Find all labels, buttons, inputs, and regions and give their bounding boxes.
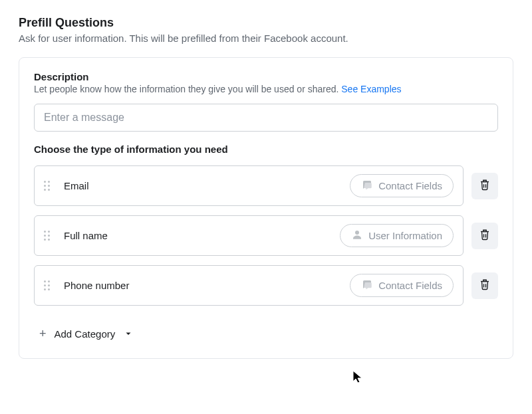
plus-icon: + <box>39 327 47 341</box>
category-label: Contact Fields <box>378 280 442 291</box>
description-subtitle: Let people know how the information they… <box>34 84 498 94</box>
trash-icon <box>479 228 491 243</box>
page-title: Prefill Questions <box>19 16 513 30</box>
trash-icon <box>479 178 491 193</box>
field-row: Phone number Contact Fields <box>34 265 498 306</box>
choose-type-title: Choose the type of information you need <box>34 144 498 155</box>
field-label: Email <box>64 180 89 191</box>
drag-handle-icon[interactable] <box>44 279 53 292</box>
field-row: Full name User Information <box>34 215 498 256</box>
delete-button[interactable] <box>471 173 498 199</box>
chevron-down-icon <box>124 328 132 340</box>
field-card-email: Email Contact Fields <box>34 165 464 206</box>
drag-handle-icon[interactable] <box>44 229 53 243</box>
chat-icon <box>361 278 373 292</box>
add-category-button[interactable]: + Add Category <box>34 315 138 350</box>
trash-icon <box>479 278 491 293</box>
category-pill-contact-fields: Contact Fields <box>350 274 454 297</box>
field-card-full-name: Full name User Information <box>34 215 464 256</box>
user-icon <box>351 229 363 243</box>
see-examples-link[interactable]: See Examples <box>341 84 401 94</box>
category-pill-user-information: User Information <box>340 224 454 247</box>
delete-button[interactable] <box>471 272 498 299</box>
category-label: User Information <box>368 230 442 241</box>
prefill-card: Description Let people know how the info… <box>19 57 513 359</box>
add-category-label: Add Category <box>55 328 116 340</box>
field-row: Email Contact Fields <box>34 165 498 206</box>
delete-button[interactable] <box>471 223 498 249</box>
field-label: Full name <box>64 230 108 241</box>
message-input[interactable] <box>34 104 498 132</box>
field-card-phone-number: Phone number Contact Fields <box>34 265 464 306</box>
page-subtitle: Ask for user information. This will be p… <box>19 33 513 44</box>
svg-point-0 <box>355 231 359 235</box>
field-label: Phone number <box>64 280 129 291</box>
category-label: Contact Fields <box>378 180 442 191</box>
description-title: Description <box>34 71 498 82</box>
description-subtitle-text: Let people know how the information they… <box>34 84 338 94</box>
cursor-icon <box>352 370 363 375</box>
chat-icon <box>361 179 373 193</box>
category-pill-contact-fields: Contact Fields <box>350 174 454 197</box>
drag-handle-icon[interactable] <box>44 179 53 193</box>
